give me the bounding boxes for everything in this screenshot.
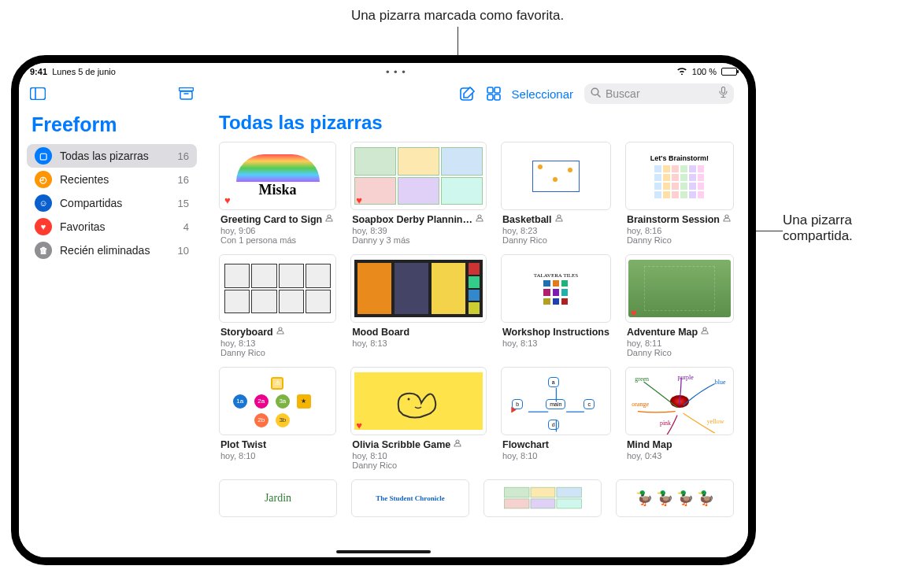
board-thumbnail [483, 479, 602, 517]
favorite-heart-icon: ♥ [356, 420, 367, 431]
ipad-frame: 9:41 Lunes 5 de junio • • • 100 % [11, 55, 756, 565]
board-thumbnail: ⚠ 1a 2a 3a ★ 2b 3b [219, 367, 336, 435]
favorite-heart-icon: ♥ [631, 307, 642, 318]
callout-shared-text2: compartida. [783, 228, 909, 244]
callout-shared-text1: Una pizarra [783, 213, 909, 228]
callout-shared: Una pizarra compartida. [783, 213, 909, 244]
board-meta: Plot Twist hoy, 8:10 [219, 435, 336, 460]
archive-icon[interactable] [179, 87, 194, 100]
trash-icon: 🗑 [35, 242, 52, 259]
toolbar: Seleccionar Buscar [19, 80, 748, 107]
svg-rect-9 [495, 94, 500, 100]
board-subtitle: Con 1 persona más [220, 235, 335, 245]
content-area: Todas las pizarras Miska ♥ Greeting Card… [205, 107, 748, 557]
board-card[interactable]: green purple blue orange pink yellow Min… [625, 367, 734, 470]
board-subtitle: Danny Rico [352, 460, 485, 470]
sidebar-item-shared[interactable]: ☺ Compartidas 15 [27, 191, 197, 215]
board-meta: Mind Map hoy, 0:43 [625, 435, 734, 460]
board-meta: Greeting Card to Sign hoy, 9:06 Con 1 pe… [219, 210, 336, 245]
select-button[interactable]: Seleccionar [512, 87, 573, 101]
board-card[interactable]: 🦆🦆🦆🦆 [616, 479, 734, 517]
board-thumbnail: ♥ [350, 367, 487, 435]
multitask-indicator-icon[interactable]: • • • [386, 66, 406, 78]
board-title: Plot Twist [220, 439, 335, 450]
board-time: hoy, 8:11 [627, 338, 732, 348]
view-options-icon[interactable] [487, 87, 501, 101]
battery-text: 100 % [692, 67, 717, 76]
board-card[interactable]: Mood Board hoy, 8:13 [350, 254, 487, 357]
sidebar-item-count: 16 [178, 174, 189, 186]
app-title: Freeform [27, 112, 197, 144]
board-card[interactable]: Miska ♥ Greeting Card to Sign hoy, 9:06 … [219, 142, 336, 245]
board-card[interactable]: ♥ Adventure Map hoy, 8:11 Danny Rico [625, 254, 734, 357]
status-right: 100 % [676, 66, 737, 77]
board-title: Soapbox Derby Plannin… [352, 214, 485, 225]
board-subtitle: Danny Rico [627, 235, 732, 245]
board-time: hoy, 8:10 [502, 451, 609, 460]
board-card[interactable]: Let's Brainstorm! Brainstorm Session hoy… [625, 142, 734, 245]
board-thumbnail: Miska ♥ [219, 142, 336, 210]
board-card[interactable]: ⚠ 1a 2a 3a ★ 2b 3b Plot Twist hoy, 8:10 [219, 367, 336, 470]
board-thumbnail: Let's Brainstorm! [625, 142, 734, 210]
screen: 9:41 Lunes 5 de junio • • • 100 % [19, 63, 748, 557]
board-card[interactable]: The Student Chronicle [351, 479, 469, 517]
svg-point-15 [558, 215, 561, 218]
board-title: Storyboard [220, 327, 335, 338]
board-title: Flowchart [502, 439, 609, 450]
board-title: Mood Board [352, 327, 485, 338]
dictate-icon[interactable] [719, 87, 728, 101]
shared-indicator-icon [723, 214, 732, 225]
board-subtitle: Danny Rico [627, 348, 732, 357]
board-card[interactable]: main a b c d Flowchart hoy, 8:10 [501, 367, 611, 470]
svg-point-14 [478, 215, 481, 218]
new-board-icon[interactable] [460, 86, 476, 102]
sidebar-item-count: 15 [178, 198, 189, 209]
board-meta: Olivia Scribble Game hoy, 8:10 Danny Ric… [350, 435, 487, 470]
svg-point-19 [407, 398, 409, 401]
board-subtitle: Danny y 3 más [352, 235, 485, 245]
shared-indicator-icon [476, 214, 485, 225]
search-icon [591, 87, 601, 100]
sidebar-item-favorites[interactable]: ♥ Favoritas 4 [27, 215, 197, 239]
board-card[interactable]: TALAVERA TILES Workshop Instructions hoy… [501, 254, 611, 357]
sidebar-item-count: 16 [178, 150, 189, 162]
favorite-heart-icon: ♥ [356, 194, 367, 205]
status-date: Lunes 5 de junio [52, 67, 116, 76]
sidebar-item-count: 10 [178, 245, 189, 257]
board-card[interactable]: Jardin [219, 479, 337, 517]
sidebar-item-count: 4 [183, 221, 189, 233]
toggle-sidebar-icon[interactable] [30, 87, 46, 100]
board-title: Basketball [502, 214, 609, 225]
home-indicator[interactable] [336, 550, 431, 553]
sidebar-item-deleted[interactable]: 🗑 Recién eliminadas 10 [27, 239, 197, 262]
board-time: hoy, 8:13 [352, 338, 485, 348]
board-card[interactable] [483, 479, 602, 517]
board-card[interactable]: ♥ Soapbox Derby Plannin… hoy, 8:39 Danny… [350, 142, 487, 245]
main-split: Freeform ▢ Todas las pizarras 16 ◴ Recie… [19, 107, 748, 557]
search-input[interactable]: Buscar [584, 83, 734, 104]
status-bar: 9:41 Lunes 5 de junio • • • 100 % [19, 63, 748, 80]
board-card[interactable]: Storyboard hoy, 8:13 Danny Rico [219, 254, 336, 357]
board-meta: Flowchart hoy, 8:10 [501, 435, 611, 460]
shared-indicator-icon [276, 327, 286, 338]
board-time: hoy, 0:43 [627, 451, 732, 460]
page-title: Todas las pizarras [219, 112, 734, 134]
board-title: Brainstorm Session [627, 214, 732, 225]
svg-point-20 [456, 440, 459, 443]
svg-rect-3 [180, 91, 192, 99]
boards-grid-peek: JardinThe Student Chronicle🦆🦆🦆🦆 [219, 479, 734, 517]
board-card[interactable]: ♥ Olivia Scribble Game hoy, 8:10 Danny R… [350, 367, 487, 470]
sidebar-item-all-boards[interactable]: ▢ Todas las pizarras 16 [27, 144, 197, 168]
sidebar-item-label: Favoritas [60, 220, 106, 233]
board-time: hoy, 8:13 [220, 338, 335, 348]
board-thumbnail [501, 142, 611, 210]
board-thumbnail: main a b c d [501, 367, 611, 435]
board-card[interactable]: Basketball hoy, 8:23 Danny Rico [501, 142, 611, 245]
sidebar-item-label: Todas las pizarras [60, 150, 149, 162]
svg-rect-12 [722, 87, 725, 94]
board-meta: Storyboard hoy, 8:13 Danny Rico [219, 323, 336, 357]
sidebar-item-recents[interactable]: ◴ Recientes 16 [27, 168, 197, 191]
board-time: hoy, 9:06 [220, 226, 335, 235]
search-placeholder: Buscar [606, 87, 640, 100]
board-title: Adventure Map [627, 327, 732, 338]
